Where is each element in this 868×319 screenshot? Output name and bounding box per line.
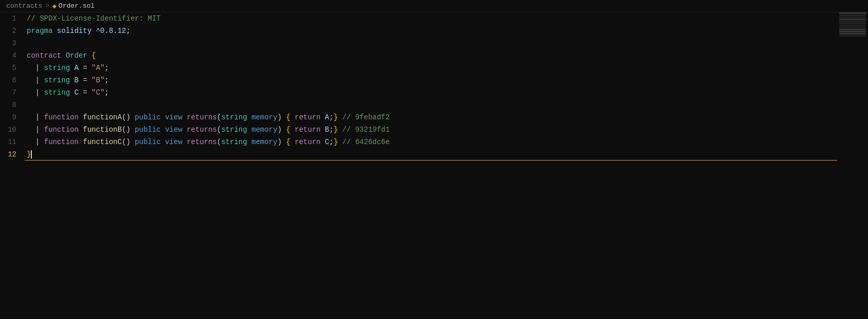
- line-num-1: 1: [6, 12, 16, 25]
- code-line-11: | function functionC() public view retur…: [25, 136, 837, 148]
- minimap-line-2: [839, 14, 866, 16]
- code-line-1: // SPDX-License-Identifier: MIT: [25, 12, 837, 25]
- minimap-line-9: [839, 29, 866, 30]
- returns-kw-b: returns: [187, 126, 217, 134]
- code-line-5: | string A = "A";: [25, 62, 837, 74]
- contract-name: Order: [66, 51, 87, 60]
- minimap-line-3: [839, 16, 866, 18]
- line-num-9: 9: [6, 111, 16, 123]
- func-kw-b: function: [44, 126, 79, 134]
- breadcrumb-filename: Order.sol: [59, 2, 95, 10]
- line-num-5: 5: [6, 62, 16, 74]
- pragma-keyword: pragma: [27, 27, 52, 35]
- mod-public-c: public: [135, 138, 160, 146]
- minimap-line-11: [839, 33, 866, 34]
- func-kw-c: function: [44, 138, 79, 146]
- code-line-2: pragma solidity ^0.8.12;: [25, 25, 837, 37]
- code-line-10: | function functionB() public view retur…: [25, 123, 837, 136]
- line-numbers: 1 2 3 4 5 6 7 8 9 10 11 12: [0, 12, 25, 319]
- line-num-7: 7: [6, 86, 16, 99]
- mod-view-c: view: [165, 138, 183, 146]
- minimap-line-6: [839, 23, 866, 24]
- minimap-line-12: [839, 35, 866, 37]
- val-b: "B": [92, 76, 104, 84]
- comment-spdx: // SPDX-License-Identifier: MIT: [27, 14, 160, 23]
- breadcrumb-sep: >: [45, 2, 49, 10]
- mod-view-a: view: [165, 113, 183, 121]
- line-num-2: 2: [6, 25, 16, 37]
- code-line-4: contract Order {: [25, 49, 837, 62]
- minimap-line-8: [839, 27, 866, 28]
- mod-view-b: view: [165, 126, 183, 134]
- minimap-line-1: [839, 12, 866, 14]
- line-num-10: 10: [6, 123, 16, 136]
- minimap-line-10: [839, 31, 866, 32]
- code-line-12: }: [25, 148, 837, 161]
- func-kw-a: function: [44, 113, 79, 121]
- ret-val-c: C: [325, 138, 329, 146]
- file-icon: ◆: [52, 2, 57, 10]
- code-line-9: | function functionA() public view retur…: [25, 111, 837, 123]
- return-kw-b: return: [295, 126, 320, 134]
- ret-val-b: B: [325, 126, 329, 134]
- line-num-3: 3: [6, 37, 16, 49]
- contract-keyword: contract: [27, 51, 61, 60]
- breadcrumb-folder[interactable]: contracts: [6, 2, 42, 10]
- type-string-c: string: [44, 88, 70, 97]
- val-a: "A": [92, 64, 104, 72]
- cursor: [31, 150, 32, 158]
- editor-container: 1 2 3 4 5 6 7 8 9 10 11 12 // SPDX-Licen…: [0, 12, 868, 319]
- open-brace: {: [92, 51, 96, 60]
- type-string-a: string: [44, 64, 70, 72]
- var-a: A: [74, 64, 78, 72]
- minimap: [837, 12, 868, 319]
- mod-public-a: public: [135, 113, 160, 121]
- hash-c: // 6426dc6e: [342, 138, 389, 146]
- line-num-12: 12: [6, 148, 16, 161]
- func-name-b: functionB: [83, 126, 122, 134]
- code-line-6: | string B = "B";: [25, 74, 837, 86]
- var-c: C: [74, 88, 78, 97]
- mod-public-b: public: [135, 126, 160, 134]
- ret-val-a: A: [325, 113, 329, 121]
- minimap-line-4: [839, 19, 866, 20]
- val-c: "C": [92, 88, 104, 97]
- hash-a: // 9febadf2: [342, 113, 389, 121]
- func-name-a: functionA: [83, 113, 122, 121]
- breadcrumb-bar: contracts > ◆ Order.sol: [0, 0, 868, 12]
- line-num-4: 4: [6, 49, 16, 62]
- minimap-line-7: [839, 25, 866, 26]
- func-name-c: functionC: [83, 138, 122, 146]
- returns-kw-c: returns: [187, 138, 217, 146]
- type-string-b: string: [44, 76, 70, 84]
- code-line-3: [25, 37, 837, 49]
- pragma-solidity: solidity: [57, 27, 92, 35]
- hash-b: // 93219fd1: [342, 126, 389, 134]
- return-kw-c: return: [295, 138, 320, 146]
- code-line-7: | string C = "C";: [25, 86, 837, 99]
- code-line-8: [25, 99, 837, 111]
- line-num-8: 8: [6, 99, 16, 111]
- returns-kw-a: returns: [187, 113, 217, 121]
- line-num-6: 6: [6, 74, 16, 86]
- pragma-version: ^0.8.12: [96, 27, 126, 35]
- code-area[interactable]: // SPDX-License-Identifier: MIT pragma s…: [25, 12, 837, 319]
- minimap-line-5: [839, 21, 866, 22]
- var-b: B: [74, 76, 78, 84]
- return-kw-a: return: [295, 113, 320, 121]
- line-num-11: 11: [6, 136, 16, 148]
